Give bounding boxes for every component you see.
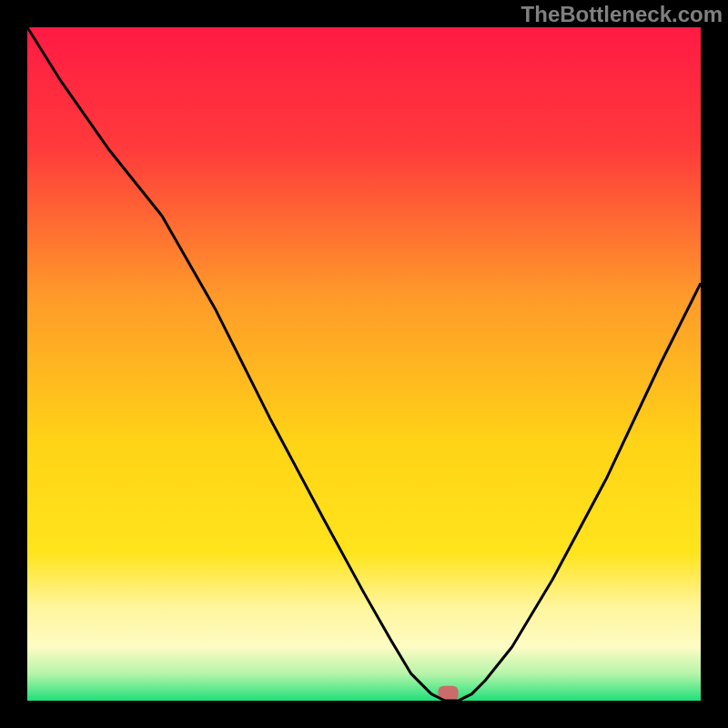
- chart-background: [27, 27, 701, 701]
- bottleneck-chart: [0, 0, 728, 728]
- watermark-text: TheBottleneck.com: [521, 2, 723, 27]
